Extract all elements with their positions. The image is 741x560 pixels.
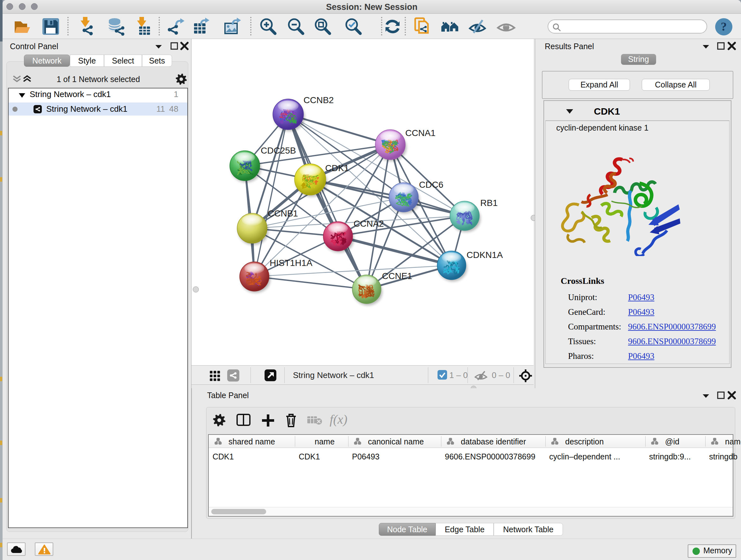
svg-text:?: ? bbox=[721, 20, 727, 33]
svg-text:CDK1: CDK1 bbox=[325, 163, 349, 173]
svg-text:CCNA2: CCNA2 bbox=[354, 219, 384, 229]
svg-text:CDC25B: CDC25B bbox=[261, 145, 296, 155]
svg-text:CCNE1: CCNE1 bbox=[382, 271, 412, 281]
svg-text:CDKN1A: CDKN1A bbox=[467, 250, 503, 260]
svg-text:CCNB2: CCNB2 bbox=[304, 95, 334, 105]
svg-text:HIST1H1A: HIST1H1A bbox=[270, 258, 313, 268]
svg-text:CDC6: CDC6 bbox=[419, 180, 443, 190]
svg-text:CCNB1: CCNB1 bbox=[268, 208, 298, 219]
svg-text:CCNA1: CCNA1 bbox=[405, 128, 435, 138]
svg-text:RB1: RB1 bbox=[480, 198, 497, 208]
